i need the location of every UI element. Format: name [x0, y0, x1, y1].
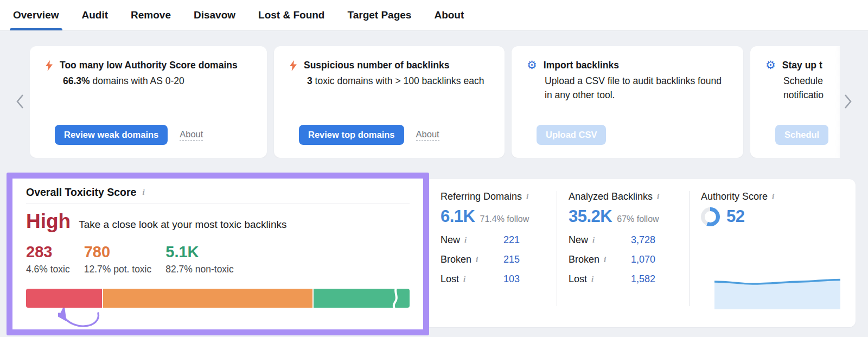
row-value-link[interactable]: 3,728	[631, 234, 655, 246]
tab-disavow[interactable]: Disavow	[188, 0, 241, 30]
pot-toxic-stat: 780 12.7% pot. toxic	[84, 243, 152, 275]
tab-lost-and-found[interactable]: Lost & Found	[253, 0, 330, 30]
info-icon[interactable]: i	[772, 193, 774, 201]
non-toxic-label: 82.7% non-toxic	[165, 264, 234, 275]
info-icon[interactable]: i	[142, 188, 144, 196]
toxicity-subtitle: Take a close look at your most toxic bac…	[79, 219, 286, 231]
info-icon[interactable]: i	[657, 193, 659, 201]
info-icon[interactable]: i	[463, 275, 465, 283]
review-top-domains-button[interactable]: Review top domains	[299, 125, 404, 145]
non-toxic-count: 5.1K	[165, 243, 234, 261]
about-link[interactable]: About	[416, 129, 439, 141]
info-icon[interactable]: i	[526, 193, 528, 201]
authority-score-trend-chart	[714, 278, 840, 311]
upload-csv-button[interactable]: Upload CSV	[537, 125, 606, 145]
tab-remove[interactable]: Remove	[125, 0, 176, 30]
card-stay-up-to-date: ⚙ Stay up t Schedule notificatio Schedul	[750, 46, 840, 158]
row-label: Lost	[441, 274, 459, 285]
analyzed-backlinks-title: Analyzed Backlinks	[569, 191, 653, 202]
metric-row-new: New i 221	[441, 233, 520, 247]
pot-toxic-label: 12.7% pot. toxic	[84, 264, 152, 275]
toxicity-stacked-bar	[26, 289, 410, 308]
tab-audit[interactable]: Audit	[76, 0, 114, 30]
row-label: New	[569, 234, 588, 246]
metric-row-broken: Broken i 1,070	[569, 252, 655, 266]
card-description-text: domains with AS 0-20	[90, 75, 184, 86]
toxic-count: 283	[26, 243, 70, 261]
row-value-link[interactable]: 221	[503, 234, 520, 246]
bar-segment-non-toxic	[314, 289, 410, 308]
tab-target-pages[interactable]: Target Pages	[342, 0, 417, 30]
card-import-backlinks: ⚙ Import backlinks Upload a CSV file to …	[512, 46, 743, 158]
notification-cards-row: Too many low Authority Score domains 66.…	[30, 46, 840, 158]
column-divider	[689, 191, 690, 306]
info-icon[interactable]: i	[604, 256, 606, 264]
card-low-authority-domains: Too many low Authority Score domains 66.…	[30, 46, 267, 158]
authority-score-value: 52	[726, 207, 744, 226]
chevron-left-icon	[16, 94, 24, 111]
row-label: Broken	[441, 254, 471, 265]
backlink-audit-overview-page: Overview Audit Remove Disavow Lost & Fou…	[0, 0, 868, 337]
row-label: New	[441, 234, 460, 246]
carousel-next-button[interactable]	[840, 93, 856, 112]
non-toxic-stat: 5.1K 82.7% non-toxic	[165, 243, 234, 275]
bar-segment-pot-toxic	[103, 289, 314, 308]
referring-domains-column: Referring Domainsi 6.1K 71.4% follow New…	[441, 191, 549, 286]
carousel-prev-button[interactable]	[12, 93, 28, 112]
card-title: Import backlinks	[544, 59, 619, 72]
row-value-link[interactable]: 103	[503, 274, 520, 285]
tab-about[interactable]: About	[429, 0, 469, 30]
card-title: Stay up t	[782, 59, 822, 72]
info-icon[interactable]: i	[476, 256, 478, 264]
info-icon[interactable]: i	[464, 236, 467, 244]
metric-row-broken: Broken i 215	[441, 252, 520, 266]
lightning-icon	[45, 59, 53, 71]
metric-row-lost: Lost i 103	[441, 272, 520, 286]
authority-score-title: Authority Score	[701, 191, 768, 202]
schedule-button[interactable]: Schedul	[775, 125, 828, 145]
toxic-label: 4.6% toxic	[26, 264, 70, 275]
card-description: 66.3% domains with AS 0-20	[63, 74, 252, 88]
referring-domains-title: Referring Domains	[441, 191, 522, 202]
pot-toxic-count: 780	[84, 243, 152, 261]
referring-domains-value: 6.1K	[441, 207, 475, 226]
card-description: Upload a CSV file to audit backlinks fou…	[545, 74, 728, 102]
card-title: Suspicious number of backlinks	[304, 59, 449, 72]
analyzed-backlinks-column: Analyzed Backlinksi 35.2K 67% follow New…	[569, 191, 680, 286]
toxicity-level: High	[26, 210, 71, 233]
card-description: Schedule notificatio	[783, 74, 840, 102]
info-icon[interactable]: i	[591, 275, 593, 283]
authority-score-donut	[701, 207, 720, 226]
card-description-value: 3	[307, 75, 312, 86]
metric-row-lost: Lost i 1,582	[569, 272, 655, 286]
card-description: 3 toxic domains with > 100 backlinks eac…	[307, 74, 489, 88]
row-label: Lost	[569, 274, 587, 285]
about-link[interactable]: About	[180, 129, 203, 141]
column-divider	[557, 191, 557, 306]
bar-segment-toxic	[26, 289, 103, 308]
chevron-right-icon	[844, 94, 852, 111]
card-description-text: toxic domains with > 100 backlinks each	[312, 75, 484, 86]
card-description-text: Schedule notificatio	[783, 75, 824, 100]
row-value-link[interactable]: 1,582	[631, 274, 655, 285]
card-title: Too many low Authority Score domains	[60, 59, 238, 72]
gear-icon: ⚙	[765, 59, 776, 72]
referring-domains-follow: 71.4% follow	[480, 214, 529, 224]
metric-row-new: New i 3,728	[569, 233, 655, 247]
row-label: Broken	[569, 254, 599, 265]
gear-icon: ⚙	[527, 59, 537, 72]
review-weak-domains-button[interactable]: Review weak domains	[55, 125, 168, 145]
info-icon[interactable]: i	[592, 236, 595, 244]
row-value-link[interactable]: 1,070	[631, 254, 655, 265]
row-value-link[interactable]: 215	[503, 254, 520, 265]
toxic-stat: 283 4.6% toxic	[26, 243, 70, 275]
card-description-text: Upload a CSV file to audit backlinks fou…	[545, 75, 722, 100]
tab-overview[interactable]: Overview	[8, 0, 65, 30]
top-tab-bar: Overview Audit Remove Disavow Lost & Fou…	[0, 0, 868, 31]
toxicity-title: Overall Toxicity Score	[26, 186, 136, 199]
toxicity-stats: 283 4.6% toxic 780 12.7% pot. toxic 5.1K…	[26, 243, 234, 275]
analyzed-backlinks-value: 35.2K	[569, 207, 612, 226]
annotation-arrow-icon	[58, 308, 104, 334]
analyzed-backlinks-follow: 67% follow	[617, 214, 659, 224]
card-suspicious-backlinks: Suspicious number of backlinks 3 toxic d…	[274, 46, 505, 158]
